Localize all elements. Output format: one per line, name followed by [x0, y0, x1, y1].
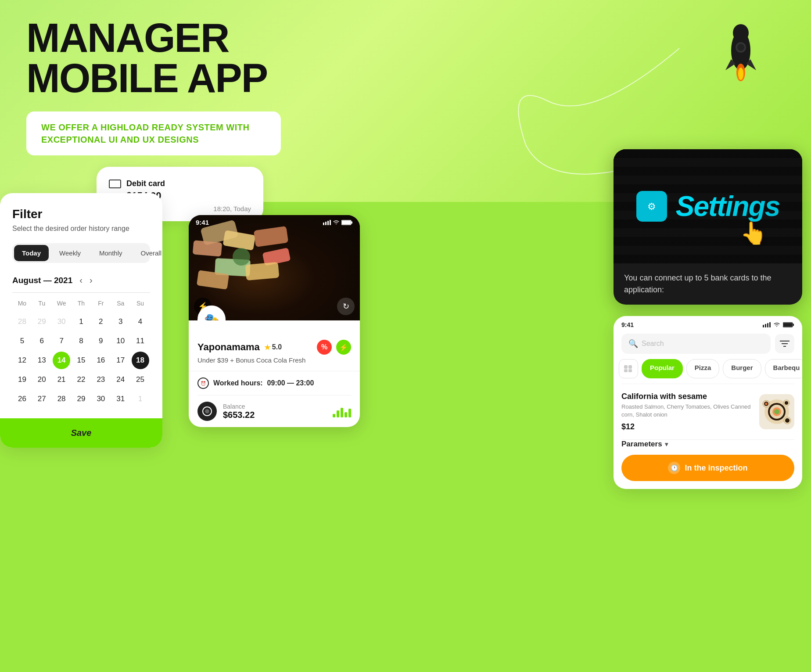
svg-point-16 [205, 409, 209, 413]
star-icon: ★ [264, 343, 270, 352]
svg-rect-9 [325, 222, 327, 225]
category-burger[interactable]: Burger [723, 359, 761, 378]
svg-point-41 [765, 402, 768, 405]
cal-day[interactable]: 2 [92, 313, 110, 331]
restaurant-info: Yaponamama ★ 5.0 % ⚡ Under $39 + Bonus C… [189, 320, 360, 427]
sushi-image [189, 215, 360, 320]
food-item-name: California with sesame [621, 392, 753, 401]
tab-today[interactable]: Today [14, 245, 49, 261]
hero-subtitle-box: WE OFFER A HIGHLOAD READY SYSTEM WITH EX… [26, 111, 281, 155]
cal-day[interactable]: 19 [13, 371, 31, 388]
cal-day[interactable]: 4 [132, 313, 149, 331]
battery-icon [341, 220, 353, 225]
cal-day[interactable]: 28 [53, 390, 70, 408]
food-status-bar: 9:41 [614, 316, 802, 328]
tab-overall[interactable]: Overall [133, 245, 170, 261]
food-item-info: California with sesame Roasted Salmon, C… [621, 392, 753, 431]
cal-day[interactable]: 17 [112, 352, 129, 369]
cal-day[interactable]: 10 [112, 332, 129, 350]
balance-icon [202, 406, 212, 417]
cal-day[interactable]: 29 [72, 390, 90, 408]
cal-day[interactable]: 1 [132, 390, 149, 408]
cal-day-today[interactable]: 14 [53, 352, 70, 369]
cal-day[interactable]: 30 [53, 313, 70, 331]
food-item-image [759, 394, 794, 429]
cal-day[interactable]: 13 [33, 352, 50, 369]
food-status-time: 9:41 [621, 321, 634, 328]
calendar-prev[interactable]: ‹ [79, 275, 83, 285]
inspection-button[interactable]: 🕐 In the inspection [621, 455, 794, 481]
cal-day[interactable]: 21 [53, 371, 70, 388]
food-search-text: Search [642, 340, 664, 348]
tab-monthly[interactable]: Monthly [91, 245, 130, 261]
cal-day[interactable]: 24 [112, 371, 129, 388]
cal-day[interactable]: 20 [33, 371, 50, 388]
calendar-grid: Mo Tu We Th Fr Sa Su 28 29 30 1 2 3 4 5 … [12, 300, 150, 408]
svg-point-38 [774, 409, 779, 414]
filter-subtitle: Select the desired order history range [12, 225, 150, 233]
food-wifi-icon [773, 322, 780, 327]
svg-rect-10 [327, 221, 329, 225]
settings-icon-box: ⚙ [636, 191, 667, 222]
day-header-we: We [52, 300, 72, 311]
calendar-next[interactable]: › [90, 275, 93, 285]
settings-image: ⚙ Settings 👆 [614, 149, 802, 263]
category-icon-btn[interactable] [619, 359, 638, 378]
flash-badge: ⚡ [336, 340, 351, 355]
inspection-label: In the inspection [685, 464, 747, 473]
food-search-box[interactable]: 🔍 Search [621, 334, 771, 354]
cal-day[interactable]: 16 [92, 352, 110, 369]
svg-rect-8 [323, 223, 324, 225]
svg-rect-25 [783, 323, 792, 327]
cal-day[interactable]: 11 [132, 332, 149, 350]
cal-day[interactable]: 9 [92, 332, 110, 350]
svg-rect-19 [763, 325, 764, 327]
category-popular[interactable]: Popular [642, 359, 683, 378]
california-roll-image [760, 395, 793, 428]
cal-day[interactable]: 1 [72, 313, 90, 331]
cal-day[interactable]: 7 [53, 332, 70, 350]
cal-day[interactable]: 3 [112, 313, 129, 331]
tab-weekly[interactable]: Weekly [51, 245, 89, 261]
cal-day[interactable]: 15 [72, 352, 90, 369]
cal-day[interactable]: 29 [33, 313, 50, 331]
cal-day[interactable]: 30 [92, 390, 110, 408]
food-search-icon: 🔍 [628, 339, 638, 349]
card-icon [109, 180, 121, 188]
filter-title: Filter [12, 207, 150, 221]
cal-day[interactable]: 27 [33, 390, 50, 408]
cal-day[interactable]: 31 [112, 390, 129, 408]
settings-card: ⚙ Settings 👆 You can connect up to 5 ban… [614, 149, 802, 305]
refresh-button[interactable]: ↻ [337, 298, 355, 315]
food-filter-button[interactable] [775, 334, 794, 353]
bar-5 [348, 409, 351, 417]
payment-label: Debit card [126, 179, 165, 188]
cal-day[interactable]: 6 [33, 332, 50, 350]
cal-day[interactable]: 8 [72, 332, 90, 350]
clock-icon: ⏰ [197, 377, 209, 389]
category-barbequ[interactable]: Barbequ [765, 359, 802, 378]
status-icons [323, 220, 353, 225]
day-header-mo: Mo [12, 300, 32, 311]
cal-day[interactable]: 26 [13, 390, 31, 408]
hero-subtitle: WE OFFER A HIGHLOAD READY SYSTEM WITH EX… [41, 121, 266, 146]
cal-day[interactable]: 25 [132, 371, 149, 388]
svg-point-45 [785, 418, 789, 423]
settings-title: Settings [676, 190, 779, 223]
parameters-row[interactable]: Parameters ▾ [614, 440, 802, 455]
cal-day-selected[interactable]: 18 [132, 352, 149, 369]
category-pizza[interactable]: Pizza [686, 359, 720, 378]
settings-gear-icon: ⚙ [644, 198, 660, 214]
cal-day[interactable]: 23 [92, 371, 110, 388]
cal-day[interactable]: 28 [13, 313, 31, 331]
svg-rect-32 [628, 369, 632, 372]
svg-point-7 [738, 68, 743, 80]
cal-day[interactable]: 5 [13, 332, 31, 350]
save-button[interactable]: Save [0, 418, 162, 448]
svg-text:⚙: ⚙ [647, 201, 656, 212]
cal-day[interactable]: 12 [13, 352, 31, 369]
svg-rect-29 [624, 365, 628, 369]
cal-day[interactable]: 22 [72, 371, 90, 388]
category-grid-icon [624, 365, 633, 372]
settings-body: You can connect up to 5 bank cards to th… [614, 263, 802, 305]
